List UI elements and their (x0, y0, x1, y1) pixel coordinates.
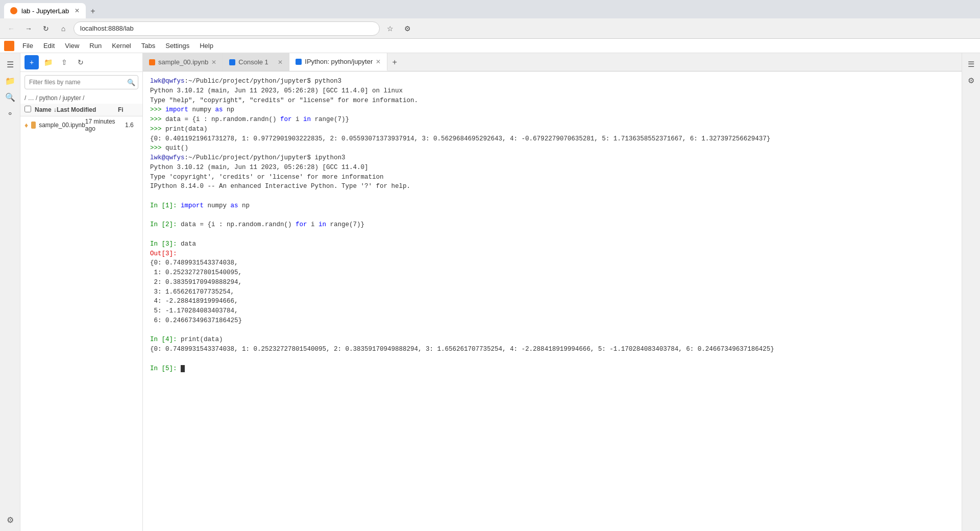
search-input[interactable] (24, 75, 138, 89)
jupyter-logo (4, 41, 14, 51)
search-icon: 🔍 (127, 79, 135, 86)
file-size: 1.6 (125, 122, 138, 129)
terminal-line: {0: 0.7489931543374038, 1: 0.25232727801… (150, 345, 954, 354)
console-tab-icon (229, 59, 235, 65)
ipython-tab-icon (296, 59, 302, 65)
right-panel: ☰ ⚙ (962, 53, 980, 531)
new-tab-btn[interactable]: + (387, 53, 402, 71)
terminal-line: Type 'copyright', 'credits' or 'license'… (150, 173, 954, 182)
col-name-header[interactable]: Name ↓ (35, 106, 57, 113)
open-folder-button[interactable]: 📁 (41, 55, 55, 69)
menu-help[interactable]: Help (194, 40, 218, 52)
sidebar-toolbar: + 📁 ⇧ ↻ (20, 53, 142, 72)
terminal-line: >>> import numpy as np (150, 105, 954, 115)
terminal-line: 1: 0.25232727801540095, (150, 268, 954, 278)
terminal-line: {0: 0.4011921961731278, 1: 0.97729019032… (150, 134, 954, 144)
nav-bar: ← → ↻ ⌂ localhost:8888/lab ☆ ⚙ (0, 18, 980, 39)
activity-icon-settings[interactable]: ⚙ (3, 513, 17, 527)
activity-icon-files[interactable]: 📁 (3, 74, 17, 88)
terminal-line: 6: 0.24667349637186425} (150, 316, 954, 326)
menu-kernel[interactable]: Kernel (107, 40, 136, 52)
breadcrumb: / … / python / jupyter / (20, 92, 142, 104)
upload-button[interactable]: ⇧ (57, 55, 71, 69)
forward-button[interactable]: → (21, 21, 36, 36)
terminal-line (150, 191, 954, 201)
reload-button[interactable]: ↻ (39, 21, 53, 36)
menu-bar: File Edit View Run Kernel Tabs Settings … (0, 39, 980, 53)
notebook-tab-icon (149, 59, 155, 65)
menu-edit[interactable]: Edit (38, 40, 60, 52)
terminal-line (150, 326, 954, 335)
sidebar: + 📁 ⇧ ↻ 🔍 / … / python / jupyter / Name … (20, 53, 143, 531)
notebook-tab-close[interactable]: ✕ (211, 59, 216, 66)
tab-notebook[interactable]: sample_00.ipynb ✕ (143, 53, 223, 71)
tab-favicon (10, 7, 17, 14)
file-row[interactable]: ♦ sample_00.ipynb 17 minutes ago 1.6 (20, 116, 142, 134)
terminal-line: >>> data = {i : np.random.randn() for i … (150, 115, 954, 125)
right-icon-property[interactable]: ☰ (964, 57, 978, 71)
menu-settings[interactable]: Settings (160, 40, 194, 52)
terminal-line: Python 3.10.12 (main, Jun 11 2023, 05:26… (150, 86, 954, 96)
bookmark-button[interactable]: ☆ (383, 21, 397, 36)
tab-console[interactable]: Console 1 ✕ (223, 53, 289, 71)
new-tab-button[interactable]: + (86, 4, 100, 18)
file-table-header: Name ↓ Last Modified Fi (20, 104, 142, 116)
menu-file[interactable]: File (17, 40, 38, 52)
browser-tabs: lab - JupyterLab ✕ + (4, 0, 100, 18)
browser-tab-close[interactable]: ✕ (75, 7, 80, 14)
activity-icon-search[interactable]: 🔍 (3, 90, 17, 104)
new-file-button[interactable]: + (24, 55, 39, 69)
terminal-line: 2: 0.38359170949888294, (150, 278, 954, 287)
terminal-line: 3: 1.656261707735254, (150, 287, 954, 297)
terminal-line: lwk@qwfys:~/Public/project/python/jupyte… (150, 153, 954, 163)
address-text: localhost:8888/lab (80, 25, 134, 32)
activity-icon-menu[interactable]: ☰ (3, 57, 17, 71)
terminal-line: >>> quit() (150, 143, 954, 153)
tab-ipython[interactable]: IPython: python/jupyter ✕ (289, 53, 387, 71)
back-button[interactable]: ← (4, 21, 18, 36)
refresh-button[interactable]: ↻ (74, 55, 88, 69)
terminal-input-line[interactable]: In [5]: (150, 364, 954, 374)
col-modified-header[interactable]: Last Modified (57, 106, 118, 113)
terminal-line: 4: -2.288418919994666, (150, 297, 954, 306)
browser-tab-active[interactable]: lab - JupyterLab ✕ (4, 3, 86, 18)
file-checkbox: ♦ (24, 121, 31, 129)
ipython-tab-close[interactable]: ✕ (376, 58, 381, 65)
address-bar[interactable]: localhost:8888/lab (74, 21, 380, 36)
menu-run[interactable]: Run (84, 40, 107, 52)
terminal-line: {0: 0.7489931543374038, (150, 258, 954, 268)
terminal-line (150, 211, 954, 221)
terminal-line: In [4]: print(data) (150, 335, 954, 345)
terminal-line: Python 3.10.12 (main, Jun 11 2023, 05:26… (150, 163, 954, 173)
file-icon (31, 122, 36, 129)
terminal-line: Type "help", "copyright", "credits" or "… (150, 96, 954, 106)
terminal-line: lwk@qwfys:~/Public/project/python/jupyte… (150, 77, 954, 86)
breadcrumb-text: / … / python / jupyter / (24, 94, 84, 102)
content-area: sample_00.ipynb ✕ Console 1 ✕ IPython: p… (143, 53, 962, 531)
terminal-line: In [3]: data (150, 239, 954, 249)
activity-icon-git[interactable]: ⚬ (3, 106, 17, 120)
terminal-line (150, 230, 954, 239)
extensions-button[interactable]: ⚙ (400, 21, 414, 36)
menu-view[interactable]: View (60, 40, 84, 52)
search-bar: 🔍 (24, 75, 138, 89)
console-tab-label: Console 1 (238, 58, 268, 66)
browser-chrome: lab - JupyterLab ✕ + (0, 0, 980, 18)
menu-tabs[interactable]: Tabs (136, 40, 160, 52)
terminal-content[interactable]: lwk@qwfys:~/Public/project/python/jupyte… (143, 71, 962, 531)
sort-icon: ↓ (54, 106, 57, 113)
tab-bar: sample_00.ipynb ✕ Console 1 ✕ IPython: p… (143, 53, 962, 71)
right-icon-debug[interactable]: ⚙ (964, 74, 978, 88)
file-name: sample_00.ipynb (39, 122, 85, 129)
terminal-line: IPython 8.14.0 -- An enhanced Interactiv… (150, 182, 954, 191)
home-button[interactable]: ⌂ (56, 21, 70, 36)
ipython-tab-label: IPython: python/jupyter (305, 58, 373, 65)
notebook-tab-label: sample_00.ipynb (158, 58, 208, 66)
browser-tab-label: lab - JupyterLab (21, 7, 69, 15)
file-modified: 17 minutes ago (85, 118, 125, 132)
terminal-line: >>> print(data) (150, 125, 954, 134)
console-tab-close[interactable]: ✕ (278, 59, 283, 66)
main-layout: ☰ 📁 🔍 ⚬ ⚙ + 📁 ⇧ ↻ 🔍 / … / python / jupyt… (0, 53, 980, 531)
select-all-checkbox[interactable] (24, 106, 31, 112)
file-table: Name ↓ Last Modified Fi ♦ sample_00.ipyn… (20, 104, 142, 531)
